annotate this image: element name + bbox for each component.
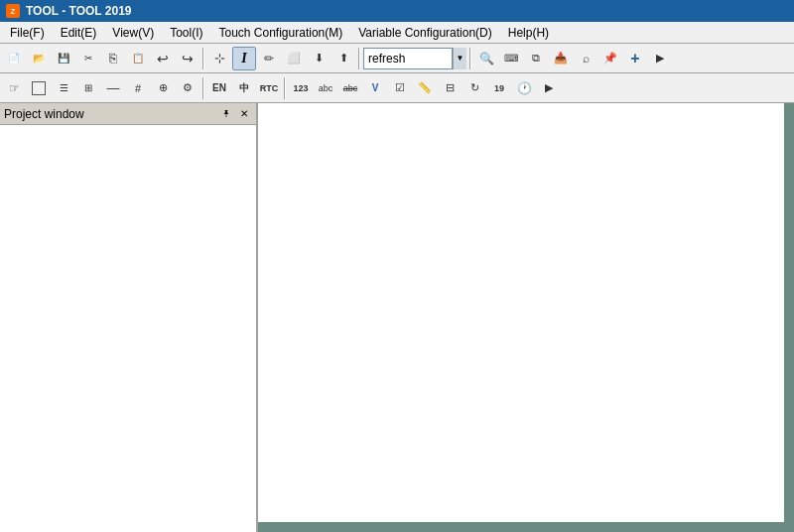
list-icon: ☰: [56, 80, 71, 96]
panel-pin-button[interactable]: 🖈: [218, 106, 234, 122]
add-button[interactable]: +: [623, 47, 647, 70]
align-button[interactable]: ⊟: [438, 76, 462, 100]
menu-edit[interactable]: Edit(E): [53, 24, 105, 42]
dash-icon: —: [105, 80, 121, 96]
lang-cn-button[interactable]: 中: [232, 76, 256, 100]
title-text: TOOL - TOOL 2019: [26, 4, 131, 18]
pencil-icon: ✏: [261, 51, 277, 66]
project-panel-title: Project window: [4, 107, 84, 121]
undo-button[interactable]: ↩: [151, 47, 175, 70]
select-tool-button[interactable]: ⊹: [207, 47, 231, 70]
menu-help[interactable]: Help(H): [500, 24, 557, 42]
cut-button[interactable]: ✂: [76, 47, 100, 70]
more2-button[interactable]: ▶: [537, 76, 561, 100]
dash-button[interactable]: —: [101, 76, 125, 100]
rotate-icon: ↻: [466, 80, 482, 96]
copy2-button[interactable]: ⧉: [524, 47, 548, 70]
more2-icon: ▶: [541, 80, 557, 96]
upload-button[interactable]: ⬆: [331, 47, 355, 70]
number-button[interactable]: 19: [487, 76, 511, 100]
number-icon: 19: [491, 80, 507, 96]
save-button[interactable]: 💾: [52, 47, 75, 70]
abc-icon: abc: [318, 80, 333, 96]
clock-icon: 🕐: [516, 80, 532, 96]
lang-en-icon: EN: [211, 80, 227, 96]
paste-button[interactable]: 📋: [126, 47, 150, 70]
lang-en-button[interactable]: EN: [207, 76, 231, 100]
hand-tool-button[interactable]: ☞: [2, 76, 26, 100]
find-button[interactable]: ⌕: [574, 47, 597, 70]
num123-icon: 123: [293, 80, 309, 96]
toolbar-row-1: 📄 📂 💾 ✂ ⎘ 📋 ↩ ↪ ⊹ I ✏ ⬜ ⬇ ⬆ refresh: [0, 44, 794, 73]
refresh-dropdown-container: refresh ▼: [363, 48, 466, 69]
sep-3: [469, 48, 471, 69]
menu-file[interactable]: File(F): [2, 24, 53, 42]
settings-icon: ⚙: [180, 80, 196, 96]
paste2-icon: 📥: [553, 51, 569, 66]
menu-bar: File(F) Edit(E) View(V) Tool(I) Touch Co…: [0, 22, 794, 44]
sep-1: [202, 48, 204, 69]
settings-button[interactable]: ⚙: [176, 76, 199, 100]
hash-button[interactable]: #: [126, 76, 150, 100]
text-tool-button[interactable]: I: [232, 47, 256, 70]
keyboard-icon: ⌨: [503, 51, 519, 66]
pin-icon: 📌: [602, 51, 618, 66]
save-icon: 💾: [56, 51, 71, 66]
grid-icon: ⊞: [80, 80, 96, 96]
sep-2: [358, 48, 360, 69]
ruler-button[interactable]: 📏: [413, 76, 437, 100]
download-icon: ⬇: [311, 51, 327, 66]
canvas-page: [258, 103, 784, 522]
open-button[interactable]: 📂: [27, 47, 51, 70]
pencil-tool-button[interactable]: ✏: [257, 47, 281, 70]
select-icon: ⊹: [211, 51, 227, 66]
panel-close-button[interactable]: ✕: [236, 106, 252, 122]
undo-icon: ↩: [155, 51, 171, 66]
sep-5: [284, 77, 286, 99]
copy-icon: ⎘: [105, 51, 121, 66]
panel-controls: 🖈 ✕: [218, 106, 252, 122]
new-icon: 📄: [6, 51, 22, 66]
zoom2-icon: ⊕: [155, 80, 171, 96]
abc2-button[interactable]: abc: [338, 76, 362, 100]
refresh-dropdown[interactable]: refresh: [363, 48, 453, 69]
sep-4: [202, 77, 204, 99]
menu-variable[interactable]: Variable Configuration(D): [350, 24, 500, 42]
zoom-button[interactable]: 🔍: [474, 47, 498, 70]
menu-tool[interactable]: Tool(I): [162, 24, 210, 42]
new-button[interactable]: 📄: [2, 47, 26, 70]
select2-button[interactable]: [27, 76, 51, 100]
paste2-button[interactable]: 📥: [549, 47, 573, 70]
redo-button[interactable]: ↪: [176, 47, 199, 70]
zoom2-button[interactable]: ⊕: [151, 76, 175, 100]
title-bar: Z TOOL - TOOL 2019: [0, 0, 794, 22]
more-button[interactable]: ▶: [648, 47, 672, 70]
zoom-icon: 🔍: [478, 51, 494, 66]
grid-button[interactable]: ⊞: [76, 76, 100, 100]
num123-button[interactable]: 123: [289, 76, 313, 100]
redo-icon: ↪: [180, 51, 196, 66]
refresh-dropdown-arrow[interactable]: ▼: [453, 48, 466, 69]
menu-view[interactable]: View(V): [104, 24, 162, 42]
list-button[interactable]: ☰: [52, 76, 75, 100]
copy2-icon: ⧉: [528, 51, 544, 66]
v-button[interactable]: V: [363, 76, 387, 100]
rtc-button[interactable]: RTC: [257, 76, 281, 100]
rect-icon: ⬜: [286, 51, 302, 66]
pin-button[interactable]: 📌: [598, 47, 622, 70]
open-icon: 📂: [31, 51, 47, 66]
rect-tool-button[interactable]: ⬜: [282, 47, 306, 70]
clock-button[interactable]: 🕐: [512, 76, 536, 100]
lang-cn-icon: 中: [236, 80, 252, 96]
rotate-button[interactable]: ↻: [463, 76, 486, 100]
more-icon: ▶: [652, 51, 668, 66]
main-canvas[interactable]: [258, 103, 794, 532]
abc-button[interactable]: abc: [314, 76, 337, 100]
check-button[interactable]: ☑: [388, 76, 412, 100]
menu-touch[interactable]: Touch Configuration(M): [211, 24, 351, 42]
keyboard-button[interactable]: ⌨: [499, 47, 523, 70]
copy-button[interactable]: ⎘: [101, 47, 125, 70]
project-panel-body: [0, 125, 256, 532]
upload-icon: ⬆: [335, 51, 351, 66]
download-button[interactable]: ⬇: [307, 47, 331, 70]
